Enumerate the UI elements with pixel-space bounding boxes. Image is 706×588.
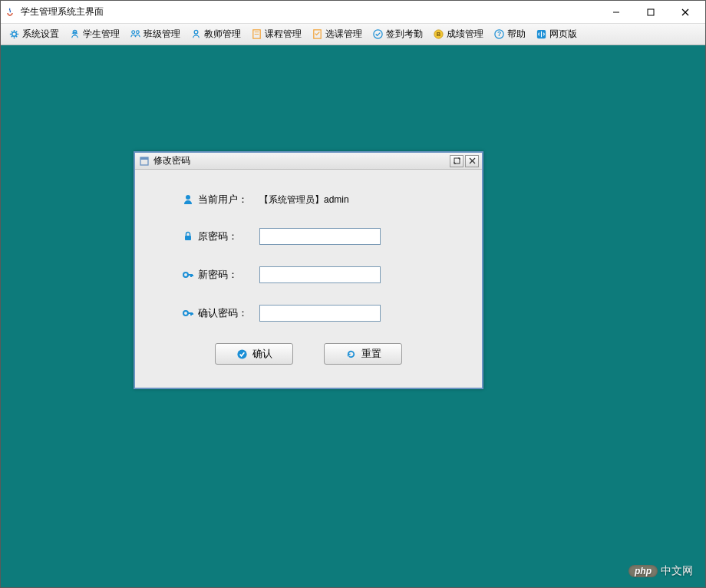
watermark: php 中文网 (628, 564, 693, 578)
lock-icon (181, 230, 195, 243)
grade-icon: B (432, 28, 444, 41)
confirm-password-input[interactable] (259, 305, 381, 322)
toolbar-attendance[interactable]: 签到考勤 (368, 26, 427, 42)
confirm-password-row: 确认密码： (150, 305, 467, 322)
content-area: 修改密码 当前用户： 【系统管理员】admin 原密码： (1, 45, 705, 587)
svg-rect-21 (454, 158, 460, 164)
check-icon (236, 348, 248, 360)
current-user-row: 当前用户： 【系统管理员】admin (150, 193, 467, 206)
old-password-row: 原密码： (150, 228, 467, 245)
app-window: 学生管理系统主界面 系统设置 学生管理 班级管理 (0, 0, 706, 588)
svg-point-7 (136, 31, 139, 34)
gear-icon (8, 28, 20, 41)
dialog-close-button[interactable] (465, 155, 479, 167)
web-icon (535, 28, 547, 41)
svg-point-8 (194, 30, 198, 34)
current-user-value: 【系统管理员】admin (259, 193, 349, 206)
checkin-icon (371, 28, 384, 41)
toolbar-class-mgmt[interactable]: 班级管理 (125, 26, 184, 42)
toolbar-label: 选课管理 (325, 28, 362, 41)
toolbar-label: 课程管理 (265, 28, 302, 41)
maximize-button[interactable] (633, 2, 668, 23)
dialog-maximize-button[interactable] (450, 155, 464, 167)
user-icon (181, 193, 195, 206)
toolbar-label: 班级管理 (144, 28, 180, 41)
toolbar: 系统设置 学生管理 班级管理 教师管理 课程管理 选课管理 签到考勤 B 成绩管 (1, 24, 705, 45)
window-controls (599, 2, 702, 23)
svg-text:?: ? (497, 30, 500, 38)
toolbar-label: 学生管理 (83, 28, 120, 41)
reset-button-label: 重置 (361, 347, 381, 361)
new-password-input[interactable] (259, 266, 381, 283)
toolbar-web[interactable]: 网页版 (531, 26, 581, 42)
old-password-input[interactable] (259, 228, 381, 245)
dialog-window-buttons (450, 155, 479, 167)
toolbar-select-mgmt[interactable]: 选课管理 (307, 26, 366, 42)
window-title: 学生管理系统主界面 (21, 5, 599, 18)
titlebar: 学生管理系统主界面 (1, 1, 705, 24)
toolbar-label: 帮助 (507, 28, 526, 41)
toolbar-system-settings[interactable]: 系统设置 (4, 26, 63, 42)
dialog-buttons: 确认 重置 (150, 343, 467, 365)
key-confirm-icon (181, 306, 195, 320)
php-badge: php (628, 565, 658, 577)
teacher-icon (190, 28, 202, 41)
svg-point-6 (131, 31, 134, 34)
minimize-button[interactable] (599, 2, 633, 23)
confirm-password-label: 确认密码： (198, 306, 259, 320)
svg-text:B: B (436, 31, 440, 38)
close-button[interactable] (668, 2, 702, 23)
toolbar-label: 教师管理 (204, 28, 241, 41)
key-icon (181, 268, 195, 282)
svg-point-4 (12, 32, 16, 37)
svg-rect-25 (185, 236, 191, 240)
reset-icon (345, 348, 357, 360)
new-password-label: 新密码： (198, 268, 259, 282)
toolbar-student-mgmt[interactable]: 学生管理 (64, 26, 124, 42)
toolbar-label: 成绩管理 (447, 28, 483, 41)
change-password-dialog: 修改密码 当前用户： 【系统管理员】admin 原密码： (134, 151, 483, 389)
dialog-title: 修改密码 (153, 154, 447, 167)
dialog-body: 当前用户： 【系统管理员】admin 原密码： 新密码： 确认密码： (135, 170, 482, 388)
toolbar-grade-mgmt[interactable]: B 成绩管理 (428, 26, 487, 42)
svg-rect-1 (648, 9, 654, 15)
toolbar-label: 系统设置 (22, 28, 59, 41)
svg-rect-20 (140, 157, 148, 160)
dialog-icon (138, 155, 150, 167)
new-password-row: 新密码： (150, 266, 467, 283)
watermark-text: 中文网 (661, 564, 693, 578)
course-icon (250, 28, 262, 41)
toolbar-label: 网页版 (549, 28, 577, 41)
confirm-button-label: 确认 (252, 347, 272, 361)
reset-button[interactable]: 重置 (324, 343, 402, 365)
class-icon (129, 28, 141, 41)
old-password-label: 原密码： (198, 230, 259, 243)
confirm-button[interactable]: 确认 (215, 343, 293, 365)
toolbar-course-mgmt[interactable]: 课程管理 (246, 26, 305, 42)
current-user-label: 当前用户： (198, 193, 259, 206)
toolbar-label: 签到考勤 (386, 28, 423, 41)
help-icon: ? (493, 28, 505, 41)
svg-point-24 (186, 195, 190, 200)
dialog-titlebar: 修改密码 (135, 153, 482, 170)
toolbar-teacher-mgmt[interactable]: 教师管理 (186, 26, 245, 42)
student-icon (68, 28, 81, 41)
java-icon (4, 6, 16, 18)
toolbar-help[interactable]: ? 帮助 (489, 26, 530, 42)
select-icon (311, 28, 323, 41)
